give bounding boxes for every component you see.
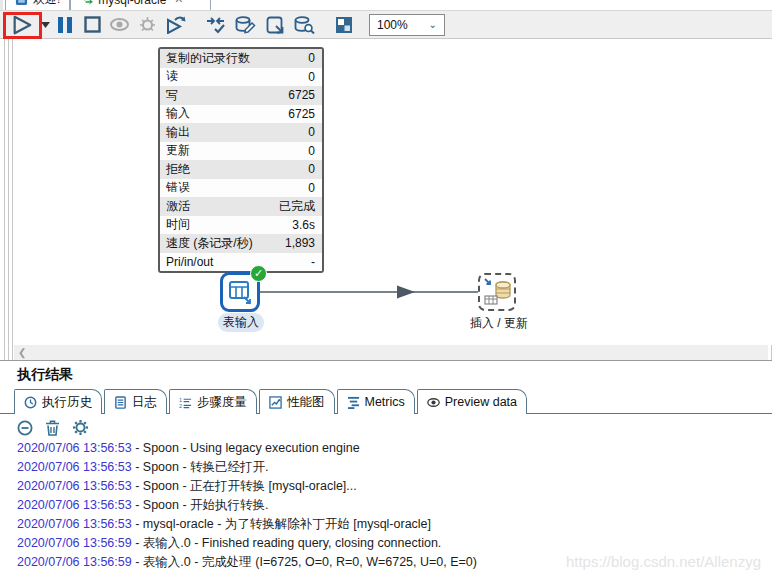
tooltip-row: 写6725 xyxy=(160,86,322,105)
run-options-caret-icon xyxy=(41,22,50,28)
stop-icon xyxy=(84,16,101,33)
preview-button[interactable] xyxy=(107,13,132,37)
tab-transformation-label: mysql-oracle xyxy=(98,0,166,7)
pause-button[interactable] xyxy=(53,13,77,37)
log-settings-gear-icon[interactable] xyxy=(72,419,89,436)
execution-results-panel: 执行结果 执行历史 日志 12 步骤度量 性能图 Metrics xyxy=(0,360,772,582)
show-results-button[interactable] xyxy=(332,13,356,37)
debug-button[interactable] xyxy=(135,13,160,37)
tooltip-row: 复制的记录行数0 xyxy=(160,49,322,68)
zoom-select[interactable]: 100% ⌄ xyxy=(369,14,445,36)
log-toolbar xyxy=(17,419,89,436)
svg-text:1: 1 xyxy=(179,396,182,402)
transformation-icon xyxy=(80,0,93,6)
tooltip-row: Pri/in/out- xyxy=(160,253,322,272)
tab-welcome-label: 欢迎! xyxy=(33,0,60,8)
log-line: 2020/07/06 13:56:53 - Spoon - 转换已经打开. xyxy=(17,458,766,477)
verify-button[interactable] xyxy=(203,13,229,37)
log-line: 2020/07/06 13:56:59 - 表输入.0 - Finished r… xyxy=(17,534,766,553)
scroll-left-icon[interactable]: ❮ xyxy=(18,347,26,358)
zoom-value: 100% xyxy=(377,18,408,32)
svg-text:2: 2 xyxy=(179,403,182,409)
step-metrics-tooltip: 复制的记录行数0 读0 写6725 输入6725 输出0 更新0 拒绝0 错误0… xyxy=(158,47,324,273)
log-line: 2020/07/06 13:56:53 - mysql-oracle - 为了转… xyxy=(17,515,766,534)
hop-arrow xyxy=(14,39,772,345)
insert-update-icon xyxy=(483,278,511,306)
tab-performance-graph[interactable]: 性能图 xyxy=(259,389,335,414)
tooltip-row: 输入6725 xyxy=(160,105,322,124)
tooltip-row: 输出0 xyxy=(160,123,322,142)
generate-sql-button[interactable] xyxy=(262,13,288,37)
tab-preview-data[interactable]: Preview data xyxy=(417,389,527,414)
explore-db-magnifier-icon xyxy=(294,16,315,34)
log-document-icon xyxy=(114,396,127,409)
stop-button[interactable] xyxy=(80,13,104,37)
tab-log[interactable]: 日志 xyxy=(104,389,167,414)
preview-data-eye-icon xyxy=(427,396,440,409)
pause-icon xyxy=(57,16,73,34)
impact-db-pencil-icon xyxy=(235,16,256,34)
verify-check-icon xyxy=(206,16,226,34)
step-table-input-label[interactable]: 表输入 xyxy=(218,313,264,332)
results-title: 执行结果 xyxy=(17,366,73,384)
watermark: https://blog.csdn.net/Allenzyg xyxy=(566,553,761,570)
main-toolbar: 100% ⌄ xyxy=(0,10,772,39)
tab-step-metrics[interactable]: 12 步骤度量 xyxy=(169,389,257,414)
document-tabstrip: 欢迎! mysql-oracle ✕ xyxy=(0,0,772,10)
delete-trash-icon[interactable] xyxy=(45,420,60,436)
tooltip-row: 更新0 xyxy=(160,142,322,161)
tab-execution-history[interactable]: 执行历史 xyxy=(14,389,102,414)
step-insert-update[interactable] xyxy=(478,273,516,311)
log-line: 2020/07/06 13:56:53 - Spoon - 开始执行转换. xyxy=(17,496,766,515)
tooltip-row: 拒绝0 xyxy=(160,160,322,179)
tooltip-row: 错误0 xyxy=(160,179,322,198)
performance-chart-icon xyxy=(269,396,282,409)
log-line: 2020/07/06 13:56:53 - Spoon - 正在打开转换 [my… xyxy=(17,477,766,496)
tab-transformation[interactable]: mysql-oracle ✕ xyxy=(70,0,210,10)
preview-eye-icon xyxy=(110,18,129,31)
results-tabbar: 执行历史 日志 12 步骤度量 性能图 Metrics Preview data xyxy=(14,389,529,414)
clear-log-minus-icon[interactable] xyxy=(17,420,33,436)
clock-icon xyxy=(24,396,37,409)
numbered-list-icon: 12 xyxy=(179,396,192,409)
tab-close-icon[interactable]: ✕ xyxy=(174,0,183,6)
canvas-horizontal-scrollbar[interactable]: ❮ xyxy=(14,345,768,360)
explore-db-button[interactable] xyxy=(291,13,318,37)
tooltip-row: 激活已完成 xyxy=(160,197,322,216)
impact-button[interactable] xyxy=(232,13,259,37)
debug-bug-icon xyxy=(139,16,156,33)
step-success-check-icon: ✓ xyxy=(250,265,267,282)
tab-metrics[interactable]: Metrics xyxy=(337,389,415,414)
tooltip-row: 时间3.6s xyxy=(160,216,322,235)
transformation-canvas[interactable]: 复制的记录行数0 读0 写6725 输入6725 输出0 更新0 拒绝0 错误0… xyxy=(14,39,772,345)
show-results-icon xyxy=(335,16,353,34)
table-input-icon xyxy=(227,279,253,305)
spoon-window: 欢迎! mysql-oracle ✕ xyxy=(0,0,772,582)
tab-welcome[interactable]: 欢迎! xyxy=(5,0,70,10)
welcome-icon xyxy=(15,0,28,6)
run-icon xyxy=(11,14,33,36)
metrics-bars-icon xyxy=(347,396,360,409)
run-options-button[interactable] xyxy=(40,13,50,37)
step-insert-update-label[interactable]: 插入 / 更新 xyxy=(464,315,534,332)
tooltip-row: 读0 xyxy=(160,68,322,87)
replay-button[interactable] xyxy=(163,13,189,37)
replay-icon xyxy=(166,16,186,34)
tooltip-row: 速度 (条记录/秒)1,893 xyxy=(160,234,322,253)
run-button[interactable] xyxy=(7,13,37,37)
log-line: 2020/07/06 13:56:53 - Spoon - Using lega… xyxy=(17,439,766,458)
chevron-down-icon: ⌄ xyxy=(429,19,437,30)
sql-script-icon xyxy=(266,16,285,34)
